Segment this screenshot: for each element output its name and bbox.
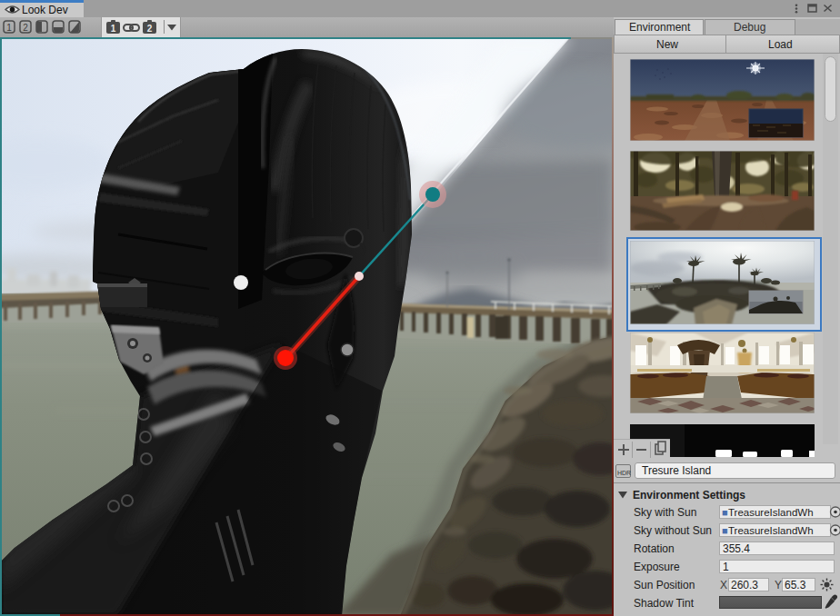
svg-text:1: 1 xyxy=(111,24,116,34)
svg-text:2: 2 xyxy=(23,23,28,33)
svg-text:2: 2 xyxy=(147,24,153,34)
svg-text:1: 1 xyxy=(6,23,12,33)
